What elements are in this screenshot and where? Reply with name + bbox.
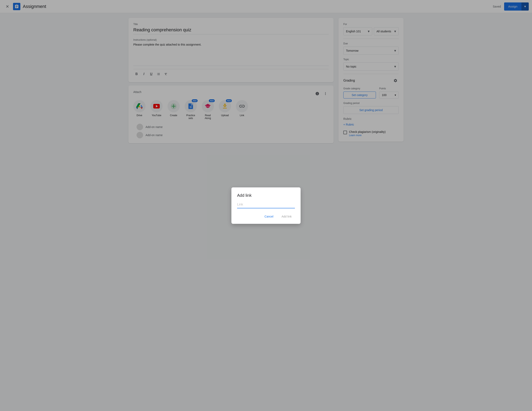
add-link-dialog: Add link Cancel Add link [231, 187, 301, 224]
modal-overlay: Add link Cancel Add link [0, 0, 532, 411]
add-link-button[interactable]: Add link [278, 213, 295, 220]
link-input[interactable] [237, 202, 295, 208]
cancel-button[interactable]: Cancel [261, 213, 277, 220]
dialog-title: Add link [237, 193, 295, 198]
dialog-actions: Cancel Add link [237, 213, 295, 220]
